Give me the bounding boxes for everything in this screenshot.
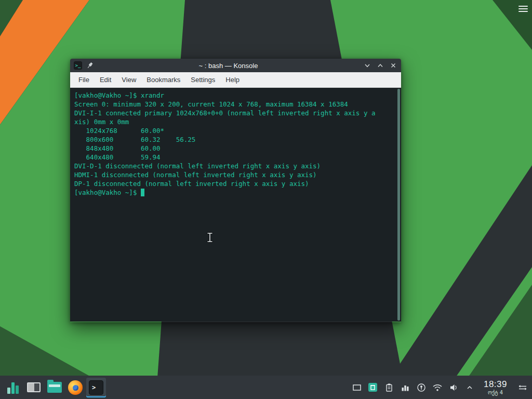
desktop-toolbox-button[interactable] [518,4,528,12]
file-manager-icon [47,382,62,393]
terminal-line: DP-1 disconnected (normal left inverted … [74,179,397,188]
panel-settings-icon[interactable] [517,382,528,393]
window-titlebar[interactable]: >_ ~ : bash — Konsole [70,59,401,72]
menu-bookmarks[interactable]: Bookmarks [141,72,185,87]
pushpin-icon[interactable] [86,62,94,69]
terminal-prompt: [vakho@Vakho ~]$ [74,189,141,196]
terminal-prompt-line: [vakho@Vakho ~]$ [74,188,397,197]
taskbar-item-firefox[interactable] [65,378,85,397]
menu-help[interactable]: Help [220,72,245,87]
taskbar-panel: > [0,376,532,399]
terminal-line: xis) 0mm x 0mm [74,117,397,126]
hamburger-icon [518,6,528,7]
taskbar-item-konsole[interactable]: > [86,378,106,397]
terminal-line: 800x600 60.32 56.25 [74,135,397,144]
hamburger-icon [518,11,528,12]
expand-tray-icon[interactable] [464,382,475,393]
hamburger-icon [518,8,528,9]
chevron-up-icon [377,62,383,69]
menu-bar: File Edit View Bookmarks Settings Help [70,72,401,88]
system-tray: 18:39 ოქტ 4 [352,380,529,395]
virtual-desktop-pager[interactable] [24,378,44,397]
terminal-line: 848x480 60.00 [74,144,397,153]
terminal-line: DVI-I-1 connected primary 532x399+0+0 (… [74,109,397,117]
x-icon [390,62,396,69]
terminal-line: 532x399 60.00* [74,126,397,135]
terminal-line: 640x480 59.94 [74,153,397,162]
terminal-line: [vakho@Vakho ~]$ xrandr [74,91,397,100]
clock-date: ოქტ 4 [484,390,507,395]
terminal-line: DVI-D-1 disconnected (normal left invert… [74,162,397,170]
menu-settings[interactable]: Settings [185,72,220,87]
clipboard-icon[interactable] [384,382,394,393]
package-updates-icon[interactable] [368,382,378,393]
konsole-window: >_ ~ : bash — Konsole [70,59,401,322]
scrollbar-thumb[interactable] [397,89,400,321]
terminal-cursor [141,189,144,196]
terminal-line: Screen 0: minimum 320 x 200, current 102… [74,100,397,109]
volume-icon[interactable] [448,382,459,393]
terminal-scrollbar[interactable] [397,88,400,322]
terminal-output[interactable]: [vakho@Vakho ~]$ xrandr Screen 0: minimu… [70,88,401,322]
close-button[interactable] [389,61,397,70]
show-desktop-icon[interactable] [352,382,362,393]
window-title: ~ : bash — Konsole [94,62,363,70]
taskbar-item-file-manager[interactable] [45,378,64,397]
keyring-icon[interactable] [416,382,427,393]
system-monitor-icon[interactable] [400,382,410,393]
firefox-icon [68,380,83,395]
clock-time: 18:39 [484,380,507,389]
terminal-line: HDMI-1 disconnected (normal left inverte… [74,170,397,179]
menu-view[interactable]: View [116,72,141,87]
wifi-icon[interactable] [432,382,443,393]
menu-file[interactable]: File [73,72,95,87]
maximize-button[interactable] [376,61,384,70]
app-launcher-icon [7,381,19,394]
konsole-icon: > [89,380,103,395]
konsole-window-icon: >_ [74,61,82,70]
chevron-down-icon [364,62,370,69]
app-launcher-button[interactable] [3,378,23,397]
pager-icon [27,382,41,392]
minimize-button[interactable] [363,61,371,70]
clock-widget[interactable]: 18:39 ოქტ 4 [484,380,507,395]
menu-edit[interactable]: Edit [95,72,116,87]
